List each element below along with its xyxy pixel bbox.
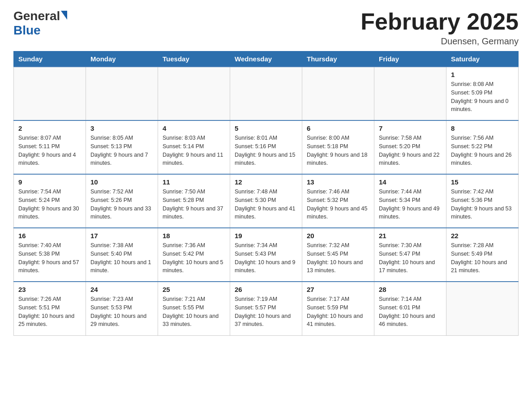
- day-number: 9: [18, 178, 81, 186]
- title-block: February 2025 Duensen, Germany: [360, 9, 519, 47]
- day-cell: 3Sunrise: 8:05 AM Sunset: 5:13 PM Daylig…: [86, 120, 158, 174]
- day-cell: 14Sunrise: 7:44 AM Sunset: 5:34 PM Dayli…: [374, 174, 446, 228]
- day-cell: 22Sunrise: 7:28 AM Sunset: 5:49 PM Dayli…: [446, 228, 519, 282]
- day-cell: 5Sunrise: 8:01 AM Sunset: 5:16 PM Daylig…: [230, 120, 302, 174]
- day-cell: 13Sunrise: 7:46 AM Sunset: 5:32 PM Dayli…: [302, 174, 374, 228]
- day-number: 16: [18, 232, 81, 240]
- day-cell: 27Sunrise: 7:17 AM Sunset: 5:59 PM Dayli…: [302, 282, 374, 335]
- day-number: 18: [163, 232, 225, 240]
- logo-arrow-icon: [61, 11, 67, 20]
- day-cell: 11Sunrise: 7:50 AM Sunset: 5:28 PM Dayli…: [158, 174, 230, 228]
- month-title: February 2025: [360, 9, 519, 34]
- day-info: Sunrise: 8:07 AM Sunset: 5:11 PM Dayligh…: [18, 134, 81, 167]
- day-info: Sunrise: 7:54 AM Sunset: 5:24 PM Dayligh…: [18, 188, 81, 221]
- day-cell: 6Sunrise: 8:00 AM Sunset: 5:18 PM Daylig…: [302, 120, 374, 174]
- day-info: Sunrise: 7:34 AM Sunset: 5:43 PM Dayligh…: [235, 241, 297, 275]
- header-cell-thursday: Thursday: [302, 51, 374, 67]
- day-cell: 26Sunrise: 7:19 AM Sunset: 5:57 PM Dayli…: [230, 282, 302, 335]
- header-cell-monday: Monday: [86, 51, 158, 67]
- day-info: Sunrise: 7:42 AM Sunset: 5:36 PM Dayligh…: [451, 188, 514, 221]
- logo: General Blue: [13, 9, 67, 38]
- day-cell: [14, 67, 86, 120]
- logo-blue-text: Blue: [13, 23, 41, 38]
- week-row-4: 23Sunrise: 7:26 AM Sunset: 5:51 PM Dayli…: [14, 282, 519, 335]
- day-info: Sunrise: 7:52 AM Sunset: 5:26 PM Dayligh…: [90, 188, 153, 221]
- day-cell: 18Sunrise: 7:36 AM Sunset: 5:42 PM Dayli…: [158, 228, 230, 282]
- day-cell: [86, 67, 158, 120]
- header-cell-sunday: Sunday: [14, 51, 86, 67]
- day-number: 2: [18, 124, 81, 132]
- day-number: 8: [451, 124, 514, 132]
- day-cell: 4Sunrise: 8:03 AM Sunset: 5:14 PM Daylig…: [158, 120, 230, 174]
- header-cell-friday: Friday: [374, 51, 446, 67]
- day-cell: 19Sunrise: 7:34 AM Sunset: 5:43 PM Dayli…: [230, 228, 302, 282]
- day-number: 27: [307, 286, 369, 293]
- day-info: Sunrise: 8:01 AM Sunset: 5:16 PM Dayligh…: [235, 134, 297, 167]
- day-cell: 10Sunrise: 7:52 AM Sunset: 5:26 PM Dayli…: [86, 174, 158, 228]
- day-info: Sunrise: 7:14 AM Sunset: 6:01 PM Dayligh…: [379, 295, 442, 329]
- day-info: Sunrise: 8:03 AM Sunset: 5:14 PM Dayligh…: [163, 134, 225, 167]
- day-number: 13: [307, 178, 369, 186]
- day-cell: 23Sunrise: 7:26 AM Sunset: 5:51 PM Dayli…: [14, 282, 86, 335]
- day-number: 20: [307, 232, 369, 240]
- page-header: General Blue February 2025 Duensen, Germ…: [13, 9, 519, 47]
- day-number: 6: [307, 124, 369, 132]
- day-cell: 16Sunrise: 7:40 AM Sunset: 5:38 PM Dayli…: [14, 228, 86, 282]
- day-number: 12: [235, 178, 297, 186]
- day-cell: 8Sunrise: 7:56 AM Sunset: 5:22 PM Daylig…: [446, 120, 519, 174]
- day-cell: [302, 67, 374, 120]
- day-cell: 21Sunrise: 7:30 AM Sunset: 5:47 PM Dayli…: [374, 228, 446, 282]
- day-number: 7: [379, 124, 442, 132]
- day-cell: 9Sunrise: 7:54 AM Sunset: 5:24 PM Daylig…: [14, 174, 86, 228]
- day-number: 22: [451, 232, 514, 240]
- day-cell: 24Sunrise: 7:23 AM Sunset: 5:53 PM Dayli…: [86, 282, 158, 335]
- day-cell: [230, 67, 302, 120]
- week-row-1: 2Sunrise: 8:07 AM Sunset: 5:11 PM Daylig…: [14, 120, 519, 174]
- day-info: Sunrise: 7:48 AM Sunset: 5:30 PM Dayligh…: [235, 188, 297, 221]
- day-number: 28: [379, 286, 442, 293]
- header-cell-saturday: Saturday: [446, 51, 519, 67]
- day-cell: 20Sunrise: 7:32 AM Sunset: 5:45 PM Dayli…: [302, 228, 374, 282]
- day-info: Sunrise: 7:19 AM Sunset: 5:57 PM Dayligh…: [235, 295, 297, 329]
- day-info: Sunrise: 7:32 AM Sunset: 5:45 PM Dayligh…: [307, 241, 369, 275]
- day-number: 11: [163, 178, 225, 186]
- day-info: Sunrise: 7:50 AM Sunset: 5:28 PM Dayligh…: [163, 188, 225, 221]
- calendar-body: 1Sunrise: 8:08 AM Sunset: 5:09 PM Daylig…: [14, 67, 519, 335]
- day-info: Sunrise: 7:36 AM Sunset: 5:42 PM Dayligh…: [163, 241, 225, 275]
- day-cell: 17Sunrise: 7:38 AM Sunset: 5:40 PM Dayli…: [86, 228, 158, 282]
- day-info: Sunrise: 8:00 AM Sunset: 5:18 PM Dayligh…: [307, 134, 369, 167]
- day-info: Sunrise: 7:38 AM Sunset: 5:40 PM Dayligh…: [90, 241, 153, 275]
- week-row-2: 9Sunrise: 7:54 AM Sunset: 5:24 PM Daylig…: [14, 174, 519, 228]
- calendar-table: SundayMondayTuesdayWednesdayThursdayFrid…: [13, 51, 519, 336]
- day-number: 26: [235, 286, 297, 293]
- day-info: Sunrise: 7:30 AM Sunset: 5:47 PM Dayligh…: [379, 241, 442, 275]
- day-number: 19: [235, 232, 297, 240]
- day-info: Sunrise: 7:28 AM Sunset: 5:49 PM Dayligh…: [451, 241, 514, 275]
- day-number: 23: [18, 286, 81, 293]
- day-number: 4: [163, 124, 225, 132]
- day-cell: 28Sunrise: 7:14 AM Sunset: 6:01 PM Dayli…: [374, 282, 446, 335]
- day-cell: [158, 67, 230, 120]
- day-cell: 7Sunrise: 7:58 AM Sunset: 5:20 PM Daylig…: [374, 120, 446, 174]
- week-row-0: 1Sunrise: 8:08 AM Sunset: 5:09 PM Daylig…: [14, 67, 519, 120]
- logo-general-text: General: [13, 9, 60, 23]
- header-row: SundayMondayTuesdayWednesdayThursdayFrid…: [14, 51, 519, 67]
- day-number: 1: [451, 71, 514, 78]
- day-number: 25: [163, 286, 225, 293]
- day-number: 3: [90, 124, 153, 132]
- day-number: 14: [379, 178, 442, 186]
- day-info: Sunrise: 8:05 AM Sunset: 5:13 PM Dayligh…: [90, 134, 153, 167]
- day-info: Sunrise: 7:21 AM Sunset: 5:55 PM Dayligh…: [163, 295, 225, 329]
- day-info: Sunrise: 7:17 AM Sunset: 5:59 PM Dayligh…: [307, 295, 369, 329]
- day-cell: 25Sunrise: 7:21 AM Sunset: 5:55 PM Dayli…: [158, 282, 230, 335]
- day-cell: [446, 282, 519, 335]
- day-info: Sunrise: 7:40 AM Sunset: 5:38 PM Dayligh…: [18, 241, 81, 275]
- week-row-3: 16Sunrise: 7:40 AM Sunset: 5:38 PM Dayli…: [14, 228, 519, 282]
- header-cell-wednesday: Wednesday: [230, 51, 302, 67]
- day-number: 21: [379, 232, 442, 240]
- location: Duensen, Germany: [360, 36, 519, 47]
- day-info: Sunrise: 8:08 AM Sunset: 5:09 PM Dayligh…: [451, 80, 514, 114]
- day-info: Sunrise: 7:56 AM Sunset: 5:22 PM Dayligh…: [451, 134, 514, 167]
- day-cell: 2Sunrise: 8:07 AM Sunset: 5:11 PM Daylig…: [14, 120, 86, 174]
- day-cell: 1Sunrise: 8:08 AM Sunset: 5:09 PM Daylig…: [446, 67, 519, 120]
